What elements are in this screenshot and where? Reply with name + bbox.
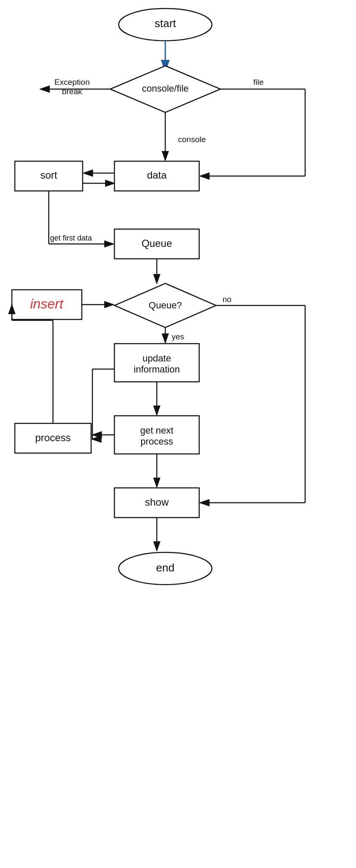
exception-label: Exception [54,78,89,87]
queue-label: Queue [142,238,172,249]
console-label: console [178,135,206,144]
getnext-label2: process [140,436,173,447]
update-label2: information [134,364,180,375]
decision2-label: Queue? [149,300,182,311]
decision1-label: console/file [142,83,189,94]
data-label: data [147,169,167,181]
process-label: process [35,432,71,443]
start-label: start [155,17,176,30]
insert-label: insert [30,296,64,311]
yes-label: yes [172,332,184,341]
update-label1: update [142,353,171,364]
no-label: no [222,295,231,304]
sort-label: sort [40,169,57,181]
end-label: end [156,561,174,574]
break-label: break [62,87,82,96]
get-first-data-label: get first data [50,234,92,242]
getnext-label1: get next [140,425,173,436]
file-label: file [253,78,264,87]
show-label: show [145,496,169,508]
